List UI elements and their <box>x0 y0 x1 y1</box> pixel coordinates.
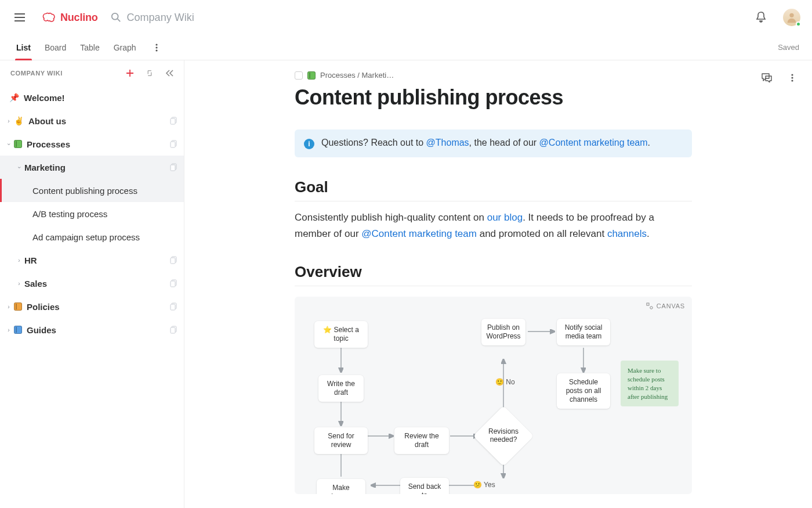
svg-point-24 <box>650 307 652 309</box>
sidebar-pinned-welcome[interactable]: 📌 Welcome! <box>0 86 184 109</box>
kebab-icon <box>791 74 793 82</box>
copy-icon[interactable] <box>170 326 178 334</box>
mention-content-team-2[interactable]: @Content marketing team <box>361 228 477 239</box>
tab-table[interactable]: Table <box>80 35 99 60</box>
sidebar-item-hr[interactable]: › HR <box>0 248 184 272</box>
app-logo[interactable]: Nuclino <box>42 11 98 24</box>
collapse-sidebar-button[interactable] <box>162 66 177 81</box>
svg-rect-11 <box>171 165 175 171</box>
goal-paragraph[interactable]: Consistently publish high-quality conten… <box>295 210 692 242</box>
svg-point-5 <box>155 49 157 51</box>
sidebar-item-marketing[interactable]: › Marketing <box>0 156 184 179</box>
node-revisions-decision[interactable]: Revisions needed? <box>482 415 525 457</box>
svg-rect-15 <box>171 281 175 287</box>
svg-line-1 <box>117 19 120 22</box>
sidebar-item-ab-testing[interactable]: A/B testing process <box>0 202 184 225</box>
breadcrumb-checkbox-icon <box>295 71 303 80</box>
hamburger-menu-button[interactable] <box>9 7 30 28</box>
mention-thomas[interactable]: @Thomas <box>426 138 469 147</box>
chevron-right-icon: › <box>15 280 23 287</box>
chat-icon <box>762 73 772 82</box>
link-our-blog[interactable]: our blog <box>487 212 523 223</box>
svg-point-21 <box>791 77 793 78</box>
svg-point-3 <box>155 44 157 45</box>
tab-graph[interactable]: Graph <box>114 35 136 60</box>
notifications-button[interactable] <box>751 7 771 28</box>
mention-content-team[interactable]: @Content marketing team <box>539 138 648 147</box>
heading-overview[interactable]: Overview <box>295 263 692 286</box>
info-callout: i Questions? Reach out to @Thomas, the h… <box>295 129 692 157</box>
page-title[interactable]: Content publishing process <box>295 85 692 110</box>
sidebar-item-guides[interactable]: › Guides <box>0 318 184 341</box>
chevron-right-icon: › <box>5 327 13 333</box>
svg-rect-7 <box>171 118 175 124</box>
svg-point-4 <box>155 46 157 48</box>
svg-rect-19 <box>171 327 175 333</box>
chevron-right-icon: › <box>5 118 13 124</box>
node-send-review[interactable]: Send for review <box>314 427 368 454</box>
sidebar-item-sales[interactable]: › Sales <box>0 272 184 295</box>
user-avatar[interactable] <box>783 9 800 26</box>
sidebar-item-content-publishing[interactable]: Content publishing process <box>0 179 184 202</box>
edge-label-yes: 😕 Yes <box>473 481 495 489</box>
add-page-button[interactable] <box>122 66 137 81</box>
document-content: Processes / Marketi… Content publishing … <box>184 60 812 508</box>
sidebar-item-processes[interactable]: › Processes <box>0 132 184 156</box>
book-green-icon <box>307 71 316 80</box>
view-tabs: List Board Table Graph <box>16 35 163 60</box>
views-more-button[interactable] <box>150 41 163 54</box>
info-icon: i <box>304 139 314 149</box>
svg-point-2 <box>789 13 793 17</box>
copy-icon[interactable] <box>170 140 178 148</box>
svg-point-22 <box>791 80 793 81</box>
breadcrumb[interactable]: Processes / Marketi… <box>295 71 692 80</box>
peace-icon: ✌️ <box>14 116 24 125</box>
svg-rect-23 <box>647 303 649 305</box>
search-icon <box>111 12 121 23</box>
book-green-icon <box>14 140 22 148</box>
link-channels[interactable]: channels <box>607 228 647 239</box>
book-blue-icon <box>14 326 22 334</box>
chevron-down-icon: › <box>16 163 23 171</box>
node-make-changes[interactable]: Make changes <box>317 479 365 494</box>
copy-icon[interactable] <box>170 163 178 171</box>
sidebar-item-about-us[interactable]: › ✌️ About us <box>0 109 184 132</box>
expand-sidebar-button[interactable] <box>142 66 157 81</box>
page-more-button[interactable] <box>784 70 800 86</box>
tab-board[interactable]: Board <box>45 35 66 60</box>
brain-icon <box>42 11 57 24</box>
book-orange-icon <box>14 302 22 311</box>
copy-icon[interactable] <box>170 302 178 311</box>
copy-icon[interactable] <box>170 279 178 287</box>
node-write-draft[interactable]: Write the draft <box>318 375 364 402</box>
copy-icon[interactable] <box>170 256 178 264</box>
chevron-right-icon: › <box>5 304 13 310</box>
comments-button[interactable] <box>759 70 775 86</box>
node-review-draft[interactable]: Review the draft <box>394 427 449 454</box>
search-input[interactable]: Company Wiki <box>111 12 194 24</box>
app-name: Nuclino <box>60 12 98 24</box>
canvas-diagram[interactable]: CANVAS ⭐ Select a topic Write the <box>295 297 692 494</box>
sticky-note[interactable]: Make sure to schedule posts within 2 day… <box>621 361 679 406</box>
svg-rect-17 <box>171 304 175 310</box>
save-status: Saved <box>778 43 799 52</box>
copy-icon[interactable] <box>170 117 178 125</box>
chevron-right-icon: › <box>15 257 23 264</box>
chevron-down-icon: › <box>6 140 12 148</box>
node-publish[interactable]: Publish on WordPress <box>481 319 525 345</box>
node-notify[interactable]: Notify social media team <box>557 319 610 345</box>
svg-point-20 <box>791 74 793 75</box>
node-select-topic[interactable]: ⭐ Select a topic <box>314 321 368 348</box>
sidebar-item-policies[interactable]: › Policies <box>0 295 184 318</box>
shapes-icon <box>646 302 653 309</box>
canvas-badge[interactable]: CANVAS <box>646 302 685 309</box>
breadcrumb-text: Processes / Marketi… <box>320 71 394 80</box>
tab-list[interactable]: List <box>16 35 31 60</box>
node-send-back[interactable]: Send back to <box>400 478 449 494</box>
workspace-title: COMPANY WIKI <box>10 70 63 77</box>
node-schedule[interactable]: Schedule posts on all channels <box>557 373 610 409</box>
sidebar-item-ad-campaign[interactable]: Ad campaign setup process <box>0 225 184 248</box>
svg-rect-9 <box>171 142 175 147</box>
svg-rect-13 <box>171 258 175 264</box>
heading-goal[interactable]: Goal <box>295 178 692 201</box>
